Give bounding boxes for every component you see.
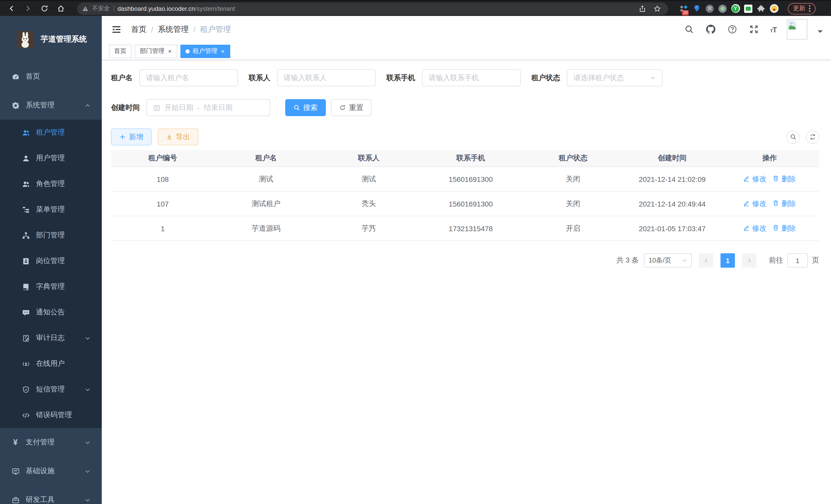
browser-menu-icon[interactable] bbox=[809, 5, 810, 12]
tab-tenant-management[interactable]: 租户管理× bbox=[180, 45, 230, 58]
breadcrumb-home[interactable]: 首页 bbox=[131, 24, 146, 34]
omnibox-divider bbox=[113, 5, 114, 12]
dict-book-icon bbox=[22, 283, 30, 291]
browser-reload-icon[interactable] bbox=[38, 2, 50, 14]
edit-label: 修改 bbox=[752, 199, 767, 208]
sidebar-logo[interactable]: 芋道管理系统 bbox=[0, 16, 102, 62]
prev-page-button[interactable] bbox=[699, 253, 713, 268]
mobile-input[interactable]: 请输入联系手机 bbox=[422, 69, 521, 86]
sidebar-fold-icon[interactable] bbox=[111, 24, 122, 35]
github-icon[interactable] bbox=[705, 24, 717, 35]
sidebar-item-dict-management[interactable]: 字典管理 bbox=[0, 274, 102, 299]
security-warning-icon[interactable] bbox=[82, 5, 88, 11]
chevron-down-icon bbox=[650, 75, 656, 81]
bookmark-star-icon[interactable] bbox=[652, 3, 663, 14]
extension-record-icon[interactable] bbox=[718, 4, 727, 13]
goto-label: 前往 bbox=[769, 256, 783, 265]
cell-name: 芋道源码 bbox=[214, 224, 318, 233]
address-bar[interactable]: 不安全 dashboard.yudao.iocoder.cn/system/te… bbox=[77, 2, 668, 14]
sidebar-item-dept-management[interactable]: 部门管理 bbox=[0, 223, 102, 248]
extension-balloon-icon[interactable] bbox=[692, 4, 701, 13]
tenant-name-label: 租户名 bbox=[111, 73, 133, 83]
browser-home-icon[interactable] bbox=[55, 2, 67, 14]
sidebar-item-system-management[interactable]: 系统管理 bbox=[0, 91, 102, 120]
pagination: 共 3 条 10条/页 1 前往 页 bbox=[111, 253, 819, 268]
tenant-name-input[interactable]: 请输入租户名 bbox=[139, 69, 238, 86]
sidebar-item-pay-management[interactable]: ¥支付管理 bbox=[0, 428, 102, 457]
sidebar-item-dev-tools[interactable]: 研发工具 bbox=[0, 485, 102, 504]
sidebar-item-home[interactable]: 首页 bbox=[0, 62, 102, 91]
fullscreen-icon[interactable] bbox=[748, 24, 760, 35]
next-page-button[interactable] bbox=[742, 253, 756, 268]
org-chart-icon bbox=[22, 231, 30, 239]
breadcrumb: 首页 / 系统管理 / 租户管理 bbox=[131, 24, 231, 34]
user-avatar[interactable] bbox=[787, 19, 807, 39]
extension-chat-icon[interactable] bbox=[744, 4, 753, 13]
gear-icon bbox=[11, 101, 20, 110]
export-button[interactable]: 导出 bbox=[158, 128, 198, 145]
sidebar-item-label: 研发工具 bbox=[26, 495, 55, 504]
search-icon bbox=[293, 104, 300, 111]
sidebar-item-role-management[interactable]: 角色管理 bbox=[0, 171, 102, 197]
avatar-dropdown-caret-icon[interactable] bbox=[818, 30, 823, 35]
delete-row-link[interactable]: 删除 bbox=[773, 224, 796, 233]
sidebar-item-error-code-management[interactable]: 错误码管理 bbox=[0, 402, 102, 428]
briefcase-icon bbox=[11, 496, 20, 504]
edit-row-link[interactable]: 修改 bbox=[743, 199, 767, 208]
rabbit-logo-icon bbox=[17, 31, 34, 48]
delete-row-link[interactable]: 删除 bbox=[773, 199, 796, 208]
online-user-icon bbox=[22, 360, 30, 368]
create-time-range-picker[interactable]: 开始日期 - 结束日期 bbox=[146, 99, 270, 116]
share-icon[interactable] bbox=[637, 3, 648, 14]
page-size-select[interactable]: 10条/页 bbox=[644, 253, 692, 268]
help-icon[interactable] bbox=[727, 24, 738, 35]
extensions-puzzle-icon[interactable] bbox=[756, 4, 766, 13]
profile-avatar-icon[interactable] bbox=[769, 4, 779, 13]
font-size-icon[interactable]: тT bbox=[770, 25, 776, 34]
edit-label: 修改 bbox=[752, 224, 767, 233]
user-icon bbox=[22, 154, 30, 162]
refresh-table-button[interactable] bbox=[806, 130, 819, 144]
cell-status: 开启 bbox=[522, 224, 624, 233]
tab-home[interactable]: 首页 bbox=[109, 45, 132, 58]
page-number-button[interactable]: 1 bbox=[720, 253, 735, 268]
status-select[interactable]: 请选择租户状态 bbox=[567, 69, 662, 86]
sidebar-item-user-management[interactable]: 用户管理 bbox=[0, 145, 102, 171]
sidebar-item-post-management[interactable]: 岗位管理 bbox=[0, 248, 102, 274]
filter-form-row-2: 创建时间 开始日期 - 结束日期 搜索 重置 bbox=[111, 99, 819, 116]
close-tab-icon[interactable]: × bbox=[221, 48, 225, 54]
sidebar-item-label: 基础设施 bbox=[26, 467, 55, 476]
sidebar-item-notice[interactable]: 通知公告 bbox=[0, 299, 102, 325]
breadcrumb-system[interactable]: 系统管理 bbox=[158, 24, 189, 34]
sidebar-item-label: 审计日志 bbox=[36, 333, 65, 343]
close-tab-icon[interactable]: × bbox=[168, 48, 172, 54]
header-search-icon[interactable] bbox=[684, 24, 695, 35]
add-button[interactable]: 新增 bbox=[111, 128, 152, 145]
reset-button[interactable]: 重置 bbox=[331, 99, 372, 116]
url-text[interactable]: dashboard.yudao.iocoder.cn/system/tenant bbox=[117, 5, 633, 12]
extension-grid-icon[interactable]: 10 bbox=[679, 4, 689, 13]
browser-update-button[interactable]: 更新 bbox=[788, 3, 815, 14]
sidebar-item-menu-management[interactable]: 菜单管理 bbox=[0, 197, 102, 223]
sidebar-menu: 首页系统管理租户管理用户管理角色管理菜单管理部门管理岗位管理字典管理通知公告审计… bbox=[0, 62, 102, 504]
edit-row-link[interactable]: 修改 bbox=[743, 224, 767, 233]
sidebar-item-audit-log[interactable]: 审计日志 bbox=[0, 325, 102, 351]
browser-forward-icon[interactable] bbox=[22, 2, 34, 14]
contact-input[interactable]: 请输入联系人 bbox=[277, 69, 376, 86]
browser-back-icon[interactable] bbox=[5, 2, 18, 14]
edit-row-link[interactable]: 修改 bbox=[743, 174, 767, 184]
extension-command-icon[interactable]: ⌘ bbox=[705, 4, 714, 13]
sidebar-item-tenant-management[interactable]: 租户管理 bbox=[0, 120, 102, 145]
delete-icon bbox=[773, 200, 779, 208]
cell-created: 2021-12-14 20:49:44 bbox=[624, 200, 720, 208]
show-search-toggle-button[interactable] bbox=[786, 130, 800, 144]
tab-dept-management[interactable]: 部门管理× bbox=[135, 45, 177, 58]
security-label[interactable]: 不安全 bbox=[92, 5, 110, 12]
sidebar-item-infrastructure[interactable]: 基础设施 bbox=[0, 457, 102, 485]
search-button[interactable]: 搜索 bbox=[285, 99, 326, 116]
goto-page-input[interactable] bbox=[787, 253, 808, 268]
sidebar-item-online-users[interactable]: 在线用户 bbox=[0, 351, 102, 377]
delete-row-link[interactable]: 删除 bbox=[773, 174, 796, 184]
sidebar-item-sms-management[interactable]: 短信管理 bbox=[0, 377, 102, 402]
extension-y-icon[interactable]: Y bbox=[731, 4, 740, 13]
